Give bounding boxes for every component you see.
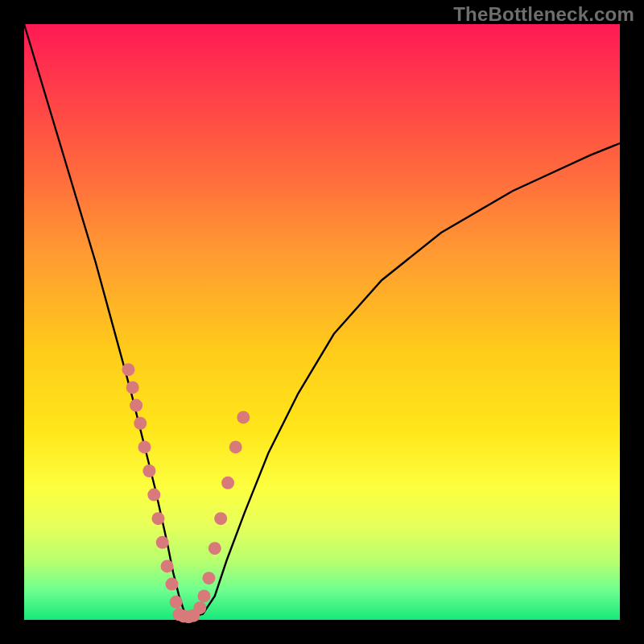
data-point xyxy=(126,381,139,394)
data-point xyxy=(134,417,147,430)
data-point xyxy=(197,589,210,602)
data-point xyxy=(237,411,250,423)
data-point xyxy=(161,559,174,572)
data-point xyxy=(208,542,221,555)
data-point xyxy=(142,464,155,477)
data-point xyxy=(147,489,160,502)
data-point xyxy=(166,578,179,591)
chart-frame: TheBottleneck.com xyxy=(0,0,644,644)
plot-area xyxy=(24,24,620,620)
data-point xyxy=(122,363,135,376)
bottleneck-curve xyxy=(24,24,620,617)
curve-layer xyxy=(24,24,620,620)
data-point xyxy=(221,477,234,489)
data-point xyxy=(202,572,215,584)
data-point xyxy=(152,512,165,525)
data-point xyxy=(229,440,242,453)
data-point xyxy=(214,512,227,525)
data-point xyxy=(156,536,169,549)
data-markers xyxy=(122,363,250,623)
data-point xyxy=(138,440,151,453)
watermark-text: TheBottleneck.com xyxy=(453,3,634,26)
data-point xyxy=(193,601,206,614)
data-point xyxy=(170,596,183,609)
data-point xyxy=(130,399,142,412)
